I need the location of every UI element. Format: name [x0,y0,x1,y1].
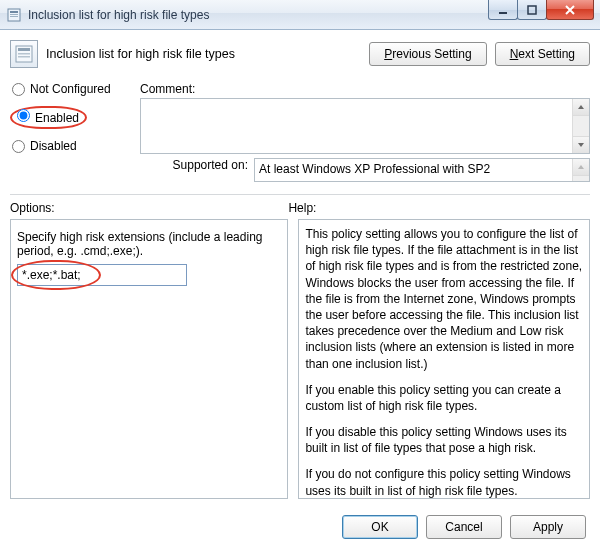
apply-button[interactable]: Apply [510,515,586,539]
svg-rect-9 [18,56,30,58]
extensions-input[interactable] [17,264,187,286]
next-setting-button[interactable]: Next Setting [495,42,590,66]
svg-rect-7 [18,48,30,51]
help-text: This policy setting allows you to config… [305,226,585,372]
scrollbar[interactable] [572,159,589,181]
help-text: If you do not configure this policy sett… [305,466,585,498]
radio-not-configured[interactable]: Not Configured [10,82,140,96]
comment-textarea[interactable] [140,98,590,154]
scroll-up-icon[interactable] [573,159,589,176]
help-heading: Help: [288,201,590,215]
supported-on-label: Supported on: [140,158,254,182]
comment-label: Comment: [140,82,590,96]
radio-label: Enabled [35,111,79,125]
svg-rect-5 [528,6,536,14]
radio-disabled[interactable]: Disabled [10,139,140,153]
supported-on-value: At least Windows XP Professional with SP… [254,158,590,182]
radio-label: Not Configured [30,82,111,96]
options-heading: Options: [10,201,288,215]
policy-header-icon [10,40,38,68]
window-title: Inclusion list for high risk file types [28,8,209,22]
maximize-button[interactable] [517,0,547,20]
radio-label: Disabled [30,139,77,153]
svg-rect-8 [18,53,30,55]
scroll-down-icon[interactable] [573,136,589,153]
minimize-button[interactable] [488,0,518,20]
policy-title: Inclusion list for high risk file types [46,47,235,61]
svg-rect-2 [10,14,18,15]
help-panel: This policy setting allows you to config… [298,219,590,499]
divider [10,194,590,195]
previous-setting-button[interactable]: Previous Setting [369,42,486,66]
help-text: If you disable this policy setting Windo… [305,424,585,456]
svg-rect-3 [10,16,18,17]
ok-button[interactable]: OK [342,515,418,539]
title-bar: Inclusion list for high risk file types [0,0,600,30]
cancel-button[interactable]: Cancel [426,515,502,539]
scrollbar[interactable] [572,99,589,153]
extensions-field-label: Specify high risk extensions (include a … [17,230,281,258]
svg-rect-1 [10,11,18,13]
help-text: If you enable this policy setting you ca… [305,382,585,414]
radio-enabled[interactable]: Enabled [10,106,140,129]
policy-icon [6,7,22,23]
scroll-up-icon[interactable] [573,99,589,116]
close-button[interactable] [546,0,594,20]
svg-rect-4 [499,12,507,14]
options-panel: Specify high risk extensions (include a … [10,219,288,499]
